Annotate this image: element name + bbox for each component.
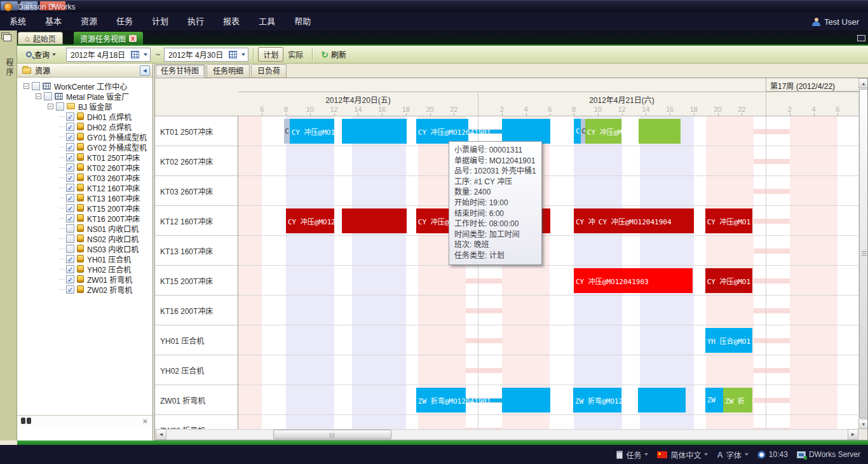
- horizontal-scrollbar[interactable]: [156, 429, 858, 440]
- tree-expander-icon[interactable]: −: [36, 93, 41, 99]
- task-bar[interactable]: CY 冲压@MO12041901: [416, 119, 468, 144]
- gantt-chart-area[interactable]: CCY 冲压@MO12041901CY 冲压@MO12041901CCCY 冲压…: [238, 116, 859, 429]
- task-bar[interactable]: CY 冲: [574, 208, 597, 233]
- tree-item[interactable]: NS02 内收口机: [17, 233, 153, 243]
- task-bar[interactable]: CY 冲压@MO12041902: [585, 119, 621, 144]
- tree-expander-icon[interactable]: −: [48, 104, 53, 109]
- menu-item-1[interactable]: 系统: [0, 13, 36, 31]
- task-bar[interactable]: CY 冲压@MO12041904: [286, 208, 334, 233]
- task-bar[interactable]: ZW 折弯@MO12041901: [573, 388, 621, 413]
- tree-item[interactable]: ✓KT03 260T冲床: [17, 172, 153, 182]
- program-strip-label[interactable]: 程序: [4, 58, 15, 78]
- date-from-picker[interactable]: 2012年 4月18日: [66, 48, 151, 62]
- view-tab-2[interactable]: 任务明细: [207, 64, 250, 78]
- task-bar[interactable]: [342, 119, 407, 144]
- tree-item[interactable]: ✓DH01 点焊机: [17, 111, 153, 121]
- tab-resource-task-view[interactable]: 资源任务视图 x: [74, 32, 143, 44]
- scroll-up-arrow[interactable]: ▲: [858, 78, 868, 88]
- tree-checkbox[interactable]: ✓: [66, 123, 74, 131]
- task-bar[interactable]: ZW 折弯@MO12041901: [416, 388, 466, 413]
- task-bar[interactable]: [638, 388, 686, 413]
- user-box[interactable]: Test User: [812, 13, 859, 31]
- tree-item[interactable]: ✓DH02 点焊机: [17, 121, 153, 132]
- scroll-down-arrow[interactable]: ▼: [858, 419, 868, 429]
- find-close-icon[interactable]: ×: [142, 416, 147, 426]
- tree-item[interactable]: −Metal Plate 钣金厂: [17, 91, 153, 101]
- status-item-1[interactable]: 任务: [616, 449, 648, 460]
- menu-item-3[interactable]: 资源: [71, 13, 107, 31]
- tree-checkbox[interactable]: [32, 82, 40, 90]
- menu-item-7[interactable]: 报表: [214, 13, 249, 31]
- tree-item[interactable]: ✓YH02 压合机: [17, 264, 153, 274]
- tree-item[interactable]: ✓KT02 260T冲床: [17, 162, 153, 172]
- task-bar[interactable]: [639, 119, 681, 144]
- status-item-5[interactable]: DWorks Server: [797, 450, 860, 459]
- scroll-left-arrow[interactable]: ◄: [156, 429, 166, 440]
- tree-item[interactable]: ✓ZW01 折弯机: [17, 274, 153, 284]
- task-bar[interactable]: CY 冲压@MO1: [705, 208, 753, 233]
- tree-checkbox[interactable]: ✓: [66, 194, 74, 202]
- tree-checkbox[interactable]: ✓: [66, 214, 74, 222]
- collapse-panel-button[interactable]: ◄: [140, 65, 150, 76]
- task-bar[interactable]: C: [284, 119, 289, 144]
- tree-item[interactable]: ✓KT12 160T冲床: [17, 182, 153, 193]
- tree-item[interactable]: −BJ 钣金部: [17, 101, 153, 111]
- task-bar[interactable]: YH 压合@MO1: [705, 328, 753, 353]
- task-bar[interactable]: CY 冲压@MO12041903: [574, 268, 693, 293]
- menu-item-5[interactable]: 计划: [142, 13, 178, 31]
- tree-item[interactable]: ✓ZW02 折弯机: [17, 284, 153, 294]
- task-bar[interactable]: [342, 208, 407, 233]
- tree-item[interactable]: ✓KT15 200T冲床: [17, 203, 153, 213]
- tree-item[interactable]: ✓KT16 200T冲床: [17, 213, 153, 223]
- menu-item-6[interactable]: 执行: [178, 13, 214, 31]
- query-button[interactable]: 查询: [22, 48, 60, 61]
- refresh-button[interactable]: ↻ 刷新: [317, 48, 350, 61]
- status-item-4[interactable]: 10:43: [757, 450, 788, 459]
- menu-item-9[interactable]: 帮助: [285, 13, 320, 31]
- task-bar[interactable]: CY 冲压@MO12041904: [597, 208, 694, 233]
- tree-item[interactable]: ✓YH01 压合机: [17, 254, 153, 264]
- task-bar[interactable]: CY 冲压@MO1: [705, 268, 753, 293]
- date-from-caret-icon[interactable]: [144, 53, 147, 56]
- date-to-picker[interactable]: 2012年 4月30日: [164, 48, 248, 62]
- tab-overflow-icon[interactable]: [857, 35, 865, 41]
- tree-item[interactable]: NS03 内收口机: [17, 243, 153, 254]
- tree-checkbox[interactable]: ✓: [66, 143, 74, 151]
- menu-item-8[interactable]: 工具: [249, 13, 285, 31]
- tree-checkbox[interactable]: ✓: [66, 133, 74, 141]
- tree-checkbox[interactable]: ✓: [66, 184, 74, 192]
- task-bar[interactable]: ZW: [705, 388, 723, 413]
- tree-item[interactable]: ✓KT13 160T冲床: [17, 193, 153, 203]
- tree-item[interactable]: ✓GY01 外桶成型机: [17, 132, 153, 142]
- tree-checkbox[interactable]: ✓: [66, 255, 74, 263]
- view-tab-1[interactable]: 任务甘特图: [154, 64, 205, 78]
- tree-checkbox[interactable]: ✓: [66, 113, 74, 121]
- task-bar[interactable]: [502, 388, 550, 413]
- tree-item[interactable]: NS01 内收口机: [17, 223, 153, 233]
- find-binoculars-icon[interactable]: [21, 418, 31, 424]
- tab-home[interactable]: ⌂ 起始页: [18, 32, 63, 44]
- task-bar[interactable]: C: [574, 119, 581, 144]
- tree-checkbox[interactable]: ✓: [66, 275, 74, 283]
- task-bar[interactable]: ZW 折: [723, 388, 752, 413]
- plan-toggle-button[interactable]: 计划: [258, 47, 283, 62]
- tree-checkbox[interactable]: ✓: [66, 153, 74, 161]
- task-bar[interactable]: [502, 119, 550, 144]
- tree-checkbox[interactable]: ✓: [66, 204, 74, 212]
- actual-toggle-button[interactable]: 实际: [283, 48, 308, 61]
- menu-item-2[interactable]: 基本: [36, 13, 71, 31]
- menu-item-4[interactable]: 任务: [107, 13, 142, 31]
- tree-checkbox[interactable]: ✓: [66, 174, 74, 182]
- task-bar[interactable]: C: [581, 119, 585, 144]
- date-to-caret-icon[interactable]: [241, 53, 245, 56]
- tree-item[interactable]: ✓KT01 250T冲床: [17, 152, 153, 162]
- tree-checkbox[interactable]: ✓: [66, 163, 74, 172]
- view-tab-3[interactable]: 日负荷: [251, 64, 287, 78]
- tree-item[interactable]: ✓GY02 外桶成型机: [17, 142, 153, 152]
- scroll-right-arrow[interactable]: ►: [848, 429, 858, 440]
- vertical-scroll-thumb[interactable]: [859, 89, 868, 418]
- task-bar[interactable]: CY 冲压@MO12041901: [290, 119, 335, 144]
- tree-checkbox[interactable]: [44, 92, 52, 100]
- tree-checkbox[interactable]: [66, 224, 74, 233]
- tree-checkbox[interactable]: [56, 102, 64, 111]
